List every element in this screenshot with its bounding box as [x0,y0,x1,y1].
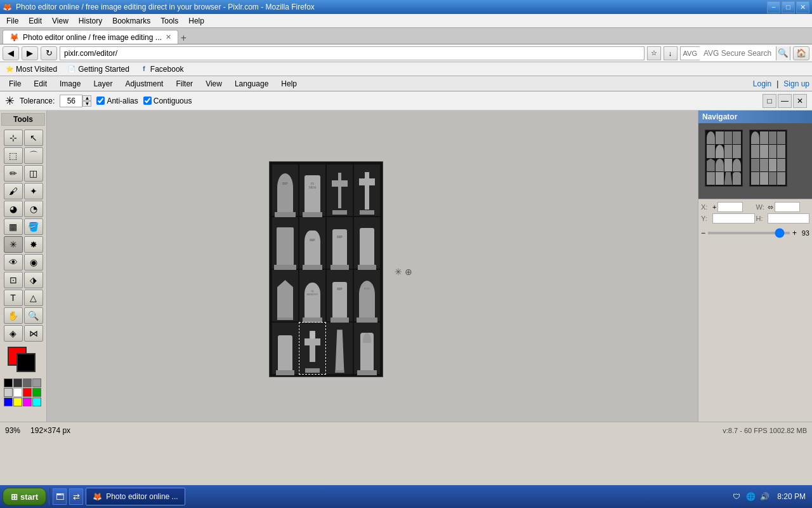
bookmark-facebook[interactable]: f Facebook [137,64,187,74]
search-button[interactable]: 🔍 [776,46,790,60]
eraser-tool[interactable]: ◫ [24,165,43,182]
app-menu-adjustment[interactable]: Adjustment [119,78,169,90]
text-tool[interactable]: T [4,290,23,306]
dodge-tool[interactable]: ◕ [4,201,23,217]
menu-tools[interactable]: Tools [155,14,183,28]
search-input[interactable] [700,46,776,60]
window-close-button[interactable]: ✕ [793,94,807,108]
app-menu-image[interactable]: Image [53,78,87,90]
fill-tool[interactable]: 🪣 [24,218,43,235]
tolerance-input[interactable]: 56 [60,95,82,107]
navigator-preview[interactable] [698,123,812,199]
w-value-input[interactable] [775,202,800,212]
zoom-slider[interactable] [708,232,790,234]
burn-tool[interactable]: ◔ [24,201,43,217]
app-menu-filter[interactable]: Filter [169,78,199,90]
tool-row-8: ⊡ ⬗ [1,272,45,288]
new-tab-button[interactable]: + [181,32,187,44]
tab-close-button[interactable]: ✕ [166,33,171,41]
menu-file[interactable]: File [1,14,23,28]
tray-volume-icon[interactable]: 🔊 [759,491,769,502]
minimize-button[interactable]: − [767,1,780,13]
palette-blue[interactable] [4,398,13,406]
app-menu-language[interactable]: Language [228,78,275,90]
signup-link[interactable]: Sign up [783,79,809,88]
red-eye-tool[interactable]: 👁 [4,254,23,271]
palette-green[interactable] [32,388,41,397]
zoom-tool[interactable]: 🔍 [24,307,43,324]
zoom-out-icon[interactable]: − [701,229,705,237]
login-link[interactable]: Login [753,79,771,88]
tray-network-icon[interactable]: 🌐 [745,491,756,502]
heal-tool[interactable]: ◈ [4,325,23,342]
h-value-input[interactable] [768,213,810,224]
brush-tool[interactable]: 🖌 [4,183,23,199]
gradient-tool[interactable]: ▦ [4,218,23,235]
app-menu-help[interactable]: Help [275,78,303,90]
menu-view[interactable]: View [47,14,74,28]
crop-tool[interactable]: ⊡ [4,272,23,288]
app-menu-file[interactable]: File [3,78,27,90]
taskbar-firefox-button[interactable]: 🦊 Photo editor online ... [86,488,185,505]
refresh-button[interactable]: ↻ [41,46,57,60]
heal-spot-tool[interactable]: ✸ [24,236,43,253]
menu-history[interactable]: History [74,14,107,28]
wand-cursor-icon[interactable]: ✳ [5,94,15,108]
palette-white[interactable] [13,388,22,397]
clone-stamp-tool[interactable]: ✦ [24,183,43,199]
tolerance-down-arrow[interactable]: ▼ [82,101,91,107]
window-minimize-button[interactable]: — [778,94,792,108]
shape-tool[interactable]: △ [24,290,43,306]
hand-tool[interactable]: ✋ [4,307,23,324]
move-tool[interactable]: ⊹ [4,130,23,146]
palette-red[interactable] [23,388,32,397]
home-button[interactable]: 🏠 [793,46,809,60]
close-button[interactable]: ✕ [796,1,809,13]
app-menu-layer[interactable]: Layer [87,78,119,90]
x-value-input[interactable] [717,202,743,212]
canvas-area[interactable]: RIP INMEM [47,110,698,422]
zoom-in-icon[interactable]: + [792,229,797,237]
patch-tool[interactable]: ⋈ [24,325,43,342]
palette-cyan[interactable] [32,398,41,406]
bookmark-star2-button[interactable]: ↓ [664,46,678,60]
menu-edit[interactable]: Edit [23,14,47,28]
bookmark-most-visited[interactable]: ⭐ Most Visited [3,64,60,74]
palette-darkgray[interactable] [13,378,22,387]
forward-button[interactable]: ▶ [22,46,38,60]
switch-windows-button[interactable]: ⇄ [69,488,83,505]
tray-shield-icon[interactable]: 🛡 [731,491,742,502]
palette-lightgray[interactable] [4,388,13,397]
app-menu-edit[interactable]: Edit [27,78,53,90]
y-value-input[interactable] [712,213,755,224]
menu-bookmarks[interactable]: Bookmarks [107,14,155,28]
tolerance-up-arrow[interactable]: ▲ [82,95,91,101]
contiguous-checkbox[interactable] [143,97,152,105]
pointer-tool[interactable]: ↖ [24,130,43,146]
wand-tool active[interactable]: ✳ [4,236,23,253]
window-tile-button[interactable]: □ [763,94,776,108]
palette-magenta[interactable] [23,398,32,406]
active-tab[interactable]: 🦊 Photo editor online / free image editi… [3,30,178,44]
menu-help[interactable]: Help [183,14,209,28]
marquee-tool[interactable]: ⬚ [4,147,23,164]
address-input[interactable] [60,46,645,60]
start-button[interactable]: ⊞ start [3,488,46,505]
pencil-tool[interactable]: ✏ [4,165,23,182]
palette-gray[interactable] [23,378,32,387]
blur-tool[interactable]: ◉ [24,254,43,271]
lasso-tool[interactable]: ⌒ [24,147,43,164]
back-button[interactable]: ◀ [3,46,19,60]
background-color-swatch[interactable] [16,353,36,372]
palette-black[interactable] [4,378,13,387]
app-menu-view[interactable]: View [199,78,228,90]
antialias-checkbox[interactable] [96,97,105,105]
maximize-button[interactable]: □ [782,1,795,13]
transform-tool[interactable]: ⬗ [24,272,43,288]
palette-yellow[interactable] [13,398,22,406]
bookmark-getting-started[interactable]: 📄 Getting Started [65,64,132,74]
palette-medgray[interactable] [32,378,41,387]
show-desktop-button[interactable]: 🗔 [53,488,67,505]
bookmark-star-button[interactable]: ☆ [647,46,661,60]
canvas-image[interactable]: RIP INMEM [269,161,383,377]
